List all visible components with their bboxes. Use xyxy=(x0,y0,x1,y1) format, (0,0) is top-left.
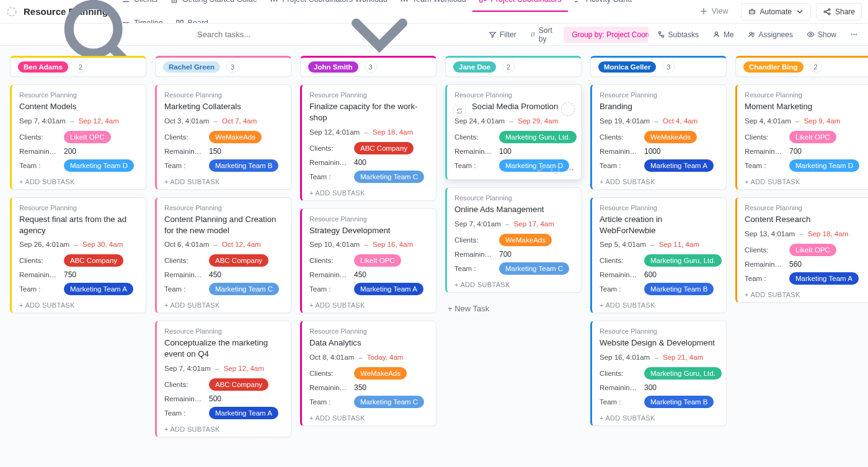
breadcrumb: Resource Planning xyxy=(600,91,719,99)
task-card[interactable]: Resource Planning Social Media Promotion… xyxy=(445,84,582,180)
client-tag[interactable]: WeMakeAds xyxy=(209,131,262,143)
more-options[interactable] xyxy=(845,27,863,43)
team-tag[interactable]: Marketing Team A xyxy=(209,407,278,419)
client-tag[interactable]: LikeIt OPC xyxy=(789,244,836,256)
task-card[interactable]: Resource Planning Marketing Collaterals … xyxy=(155,84,291,190)
team-tag[interactable]: Marketing Team A xyxy=(789,272,859,285)
add-subtask-button[interactable]: + ADD SUBTASK xyxy=(745,176,864,185)
breadcrumb: Resource Planning xyxy=(164,91,283,99)
column-header[interactable]: Chandler Bing 2 xyxy=(735,56,868,77)
team-tag[interactable]: Marketing Team C xyxy=(499,262,569,275)
team-tag[interactable]: Marketing Team C xyxy=(354,396,424,408)
add-view-button[interactable]: View xyxy=(693,0,735,24)
task-card[interactable]: Resource Planning Branding Sep 19, 4:01a… xyxy=(590,84,727,190)
team-tag[interactable]: Marketing Team A xyxy=(354,283,423,295)
team-tag[interactable]: Marketing Team C xyxy=(354,171,424,183)
add-subtask-button[interactable]: + ADD SUBTASK xyxy=(309,187,428,197)
client-tag[interactable]: LikeIt OPC xyxy=(64,131,111,143)
add-subtask-button[interactable]: + ADD SUBTASK xyxy=(164,299,283,309)
task-card[interactable]: Resource Planning Strategy Development S… xyxy=(300,208,436,314)
task-card[interactable]: Resource Planning Content Models Sep 7, … xyxy=(10,84,146,190)
me-filter[interactable]: Me xyxy=(707,27,739,43)
task-card[interactable]: Resource Planning Data Analytics Oct 8, … xyxy=(300,321,436,426)
team-tag[interactable]: Marketing Team C xyxy=(209,283,279,295)
client-tag[interactable]: WeMakeAds xyxy=(354,367,407,380)
sortby-button[interactable]: Sort by xyxy=(525,27,560,43)
client-tag[interactable]: ABC Company xyxy=(209,378,268,391)
more-icon xyxy=(850,30,858,38)
task-card[interactable]: Resource Planning Content Planning and C… xyxy=(155,197,291,314)
client-tag[interactable]: LikeIt OPC xyxy=(789,131,836,143)
search-input[interactable] xyxy=(196,29,283,40)
task-card[interactable]: Resource Planning Online Ads Management … xyxy=(445,187,582,293)
client-tag[interactable]: ABC Company xyxy=(209,254,268,267)
add-subtask-button[interactable]: + ADD SUBTASK xyxy=(164,176,283,185)
add-subtask-button[interactable]: + ADD SUBTASK xyxy=(454,278,574,288)
team-tag[interactable]: Marketing Team B xyxy=(644,283,714,295)
share-button[interactable]: Share xyxy=(816,3,862,20)
check-icon[interactable] xyxy=(536,165,545,174)
task-card[interactable]: Resource Planning Conceptualize the mark… xyxy=(155,321,291,437)
team-tag[interactable]: Marketing Team D xyxy=(64,159,134,172)
task-card[interactable]: Resource Planning Website Design & Devel… xyxy=(590,321,727,426)
column-header[interactable]: Rachel Green 3 xyxy=(155,56,291,77)
add-subtask-button[interactable]: + ADD SUBTASK xyxy=(309,299,428,309)
new-task-button[interactable]: + New Task xyxy=(445,300,582,317)
add-subtask-button[interactable]: + ADD SUBTASK xyxy=(19,299,138,309)
task-card[interactable]: Resource Planning Moment Marketing Sep 4… xyxy=(735,84,868,190)
client-tag[interactable]: Marketing Guru, Ltd. xyxy=(499,131,577,143)
remaining-value: 600 xyxy=(644,270,657,279)
breadcrumb: Resource Planning xyxy=(309,91,428,99)
add-subtask-button[interactable]: + ADD SUBTASK xyxy=(600,299,719,309)
column-count: 2 xyxy=(502,61,515,73)
team-tag[interactable]: Marketing Team D xyxy=(789,159,859,172)
show-options[interactable]: Show xyxy=(802,27,841,43)
breadcrumb: Resource Planning xyxy=(19,204,138,211)
client-tag[interactable]: ABC Company xyxy=(354,142,414,154)
assignee-placeholder[interactable] xyxy=(561,102,575,116)
remaining-value: 300 xyxy=(644,383,657,392)
task-card[interactable]: Resource Planning Content Research Sep 1… xyxy=(735,197,868,303)
client-tag[interactable]: WeMakeAds xyxy=(644,131,697,143)
filter-button[interactable]: Filter xyxy=(484,27,521,43)
team-tag[interactable]: Marketing Team B xyxy=(209,159,278,172)
tab-activity-gantt[interactable]: Activity Gantt xyxy=(568,0,639,12)
automate-button[interactable]: Automate xyxy=(741,3,811,20)
more-icon[interactable] xyxy=(565,165,575,174)
tab-pc[interactable]: Project Coordinators xyxy=(472,0,568,12)
add-subtask-button[interactable]: + ADD SUBTASK xyxy=(309,412,428,422)
add-subtask-button[interactable]: + ADD SUBTASK xyxy=(164,423,283,433)
add-subtask-button[interactable]: + ADD SUBTASK xyxy=(19,176,138,185)
task-title: Data Analytics xyxy=(309,337,428,349)
team-tag[interactable]: Marketing Team A xyxy=(644,159,714,172)
task-title: Content Research xyxy=(745,214,864,225)
column-header[interactable]: Jane Doe 2 xyxy=(445,56,582,77)
column-name: John Smith xyxy=(308,61,358,73)
column: Rachel Green 3 Resource Planning Marketi… xyxy=(155,56,291,445)
task-card[interactable]: Resource Planning Finalize capacity for … xyxy=(300,84,436,201)
add-subtask-button[interactable]: + ADD SUBTASK xyxy=(600,176,719,185)
task-title: Online Ads Management xyxy=(454,204,574,215)
recurring-icon[interactable] xyxy=(453,105,466,117)
client-tag[interactable]: Marketing Guru, Ltd. xyxy=(644,367,722,380)
client-tag[interactable]: LikeIt OPC xyxy=(354,254,401,267)
column-header[interactable]: John Smith 3 xyxy=(300,56,436,77)
subtasks-button[interactable]: Subtasks xyxy=(652,27,704,43)
task-title: Content Planning and Creation for the ne… xyxy=(164,214,283,236)
remaining-value: 750 xyxy=(64,270,76,279)
column-header[interactable]: Ben Adams 2 xyxy=(10,56,146,77)
client-tag[interactable]: ABC Company xyxy=(64,254,123,267)
groupby-button[interactable]: Group by: Project Coordin... xyxy=(564,27,648,43)
chevron-down-icon xyxy=(795,7,804,16)
assignees-filter[interactable]: Assignees xyxy=(743,27,798,43)
team-tag[interactable]: Marketing Team A xyxy=(64,283,133,295)
add-subtask-button[interactable]: + ADD SUBTASK xyxy=(745,288,864,298)
client-tag[interactable]: WeMakeAds xyxy=(499,234,552,246)
add-subtask-button[interactable]: + ADD SUBTASK xyxy=(600,412,719,422)
task-card[interactable]: Resource Planning Article creation in We… xyxy=(590,197,727,314)
task-card[interactable]: Resource Planning Request final arts fro… xyxy=(10,197,146,314)
team-tag[interactable]: Marketing Team B xyxy=(644,396,714,408)
column-header[interactable]: Monica Geller 3 xyxy=(590,56,727,77)
client-tag[interactable]: Marketing Guru, Ltd. xyxy=(644,254,722,267)
status-circle[interactable] xyxy=(551,166,559,174)
